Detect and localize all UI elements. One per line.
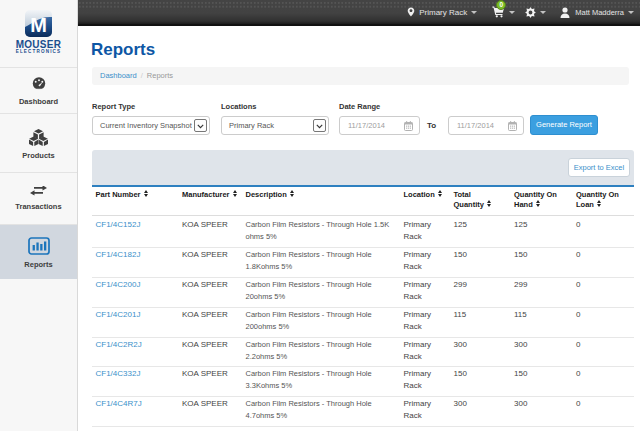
svg-text:M: M xyxy=(30,14,47,36)
